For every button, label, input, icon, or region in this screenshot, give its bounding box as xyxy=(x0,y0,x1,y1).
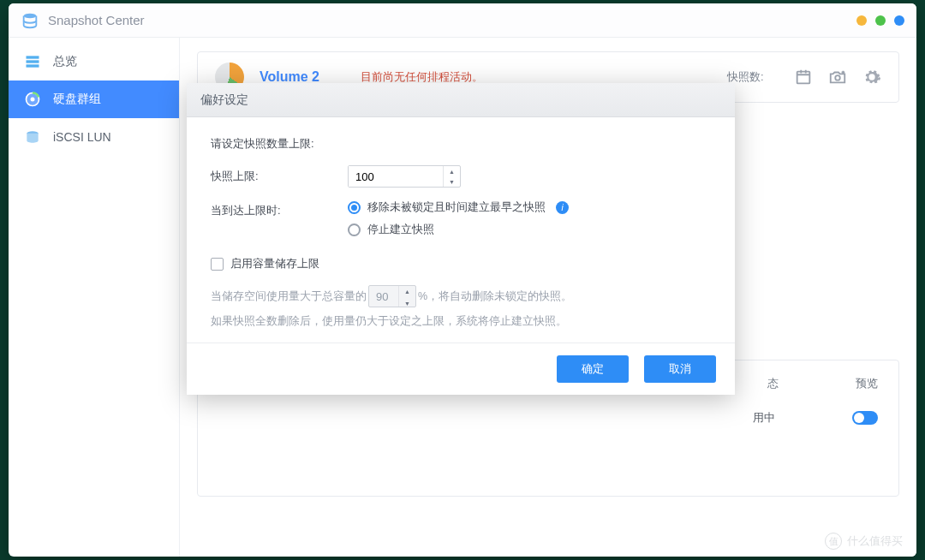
watermark: 值 什么值得买 xyxy=(825,533,903,550)
sidebar-item-diskgroup[interactable]: 硬盘群组 xyxy=(9,80,179,118)
dialog-body: 请设定快照数量上限: 快照上限: ▲ ▼ 当到达上限时: 移除未被锁定且时间建立… xyxy=(187,117,735,343)
spinner-down-icon[interactable]: ▼ xyxy=(444,176,460,187)
preferences-dialog: 偏好设定 请设定快照数量上限: 快照上限: ▲ ▼ 当到达上限时: 移除未被 xyxy=(187,83,735,395)
gear-icon[interactable] xyxy=(862,68,881,86)
capacity-checkbox-label: 启用容量储存上限 xyxy=(230,256,319,271)
window-controls xyxy=(856,15,904,26)
sidebar-item-label: iSCSI LUN xyxy=(53,130,111,144)
sidebar-item-label: 硬盘群组 xyxy=(53,92,101,107)
overview-icon xyxy=(24,53,41,70)
volume-toolbar xyxy=(794,68,881,86)
app-title: Snapshot Center xyxy=(48,13,856,27)
dialog-footer: 确定 取消 xyxy=(187,343,735,395)
title-bar: Snapshot Center xyxy=(9,3,916,38)
pct-spinner: ▲▼ xyxy=(368,285,416,307)
capacity-checkbox[interactable] xyxy=(211,258,224,271)
limit-label: 快照上限: xyxy=(211,165,348,184)
svg-rect-8 xyxy=(797,72,810,84)
svg-rect-2 xyxy=(27,60,39,63)
info-icon[interactable]: i xyxy=(556,201,569,214)
spinner-down-icon: ▼ xyxy=(399,298,415,310)
limit-input[interactable] xyxy=(349,166,443,187)
svg-point-6 xyxy=(31,98,35,102)
minimize-button[interactable] xyxy=(856,15,867,26)
svg-point-9 xyxy=(835,75,840,80)
pct-input xyxy=(369,286,398,307)
spinner-up-icon[interactable]: ▲ xyxy=(444,166,460,176)
preview-toggle[interactable] xyxy=(852,411,878,425)
ok-button[interactable]: 确定 xyxy=(557,355,629,383)
radio-remove-oldest[interactable] xyxy=(348,201,361,214)
svg-rect-3 xyxy=(27,64,39,67)
sidebar-item-overview[interactable]: 总览 xyxy=(9,43,179,80)
radio-stop[interactable] xyxy=(348,223,361,236)
volume-meta-label: 快照数: xyxy=(727,69,779,85)
sidebar: 总览 硬盘群组 iSCSI LUN xyxy=(9,38,180,557)
maximize-button[interactable] xyxy=(875,15,886,26)
col-status: 态 xyxy=(767,376,779,391)
close-button[interactable] xyxy=(894,15,904,26)
iscsi-icon xyxy=(24,128,41,146)
svg-point-0 xyxy=(24,13,37,18)
spinner-up-icon: ▲ xyxy=(399,286,415,298)
watermark-icon: 值 xyxy=(825,533,842,550)
app-icon xyxy=(21,11,39,30)
sidebar-item-label: 总览 xyxy=(53,54,77,69)
help-text: 当储存空间使用量大于总容量的 ▲▼ %，将自动删除未锁定的快照。 如果快照全数删… xyxy=(211,285,711,332)
radio-remove-oldest-label: 移除未被锁定且时间建立最早之快照 xyxy=(367,200,546,215)
cell-status: 用中 xyxy=(753,410,775,426)
reach-label: 当到达上限时: xyxy=(211,200,348,218)
svg-rect-1 xyxy=(27,56,39,58)
dialog-title: 偏好设定 xyxy=(187,83,735,117)
col-preview: 预览 xyxy=(856,376,878,391)
section-label: 请设定快照数量上限: xyxy=(211,136,711,152)
limit-spinner[interactable]: ▲ ▼ xyxy=(348,165,461,188)
camera-add-icon[interactable] xyxy=(828,68,847,86)
cancel-button[interactable]: 取消 xyxy=(644,355,716,383)
radio-stop-label: 停止建立快照 xyxy=(367,222,434,237)
schedule-icon[interactable] xyxy=(794,68,813,86)
sidebar-item-iscsi[interactable]: iSCSI LUN xyxy=(9,118,179,156)
diskgroup-icon xyxy=(24,91,41,108)
